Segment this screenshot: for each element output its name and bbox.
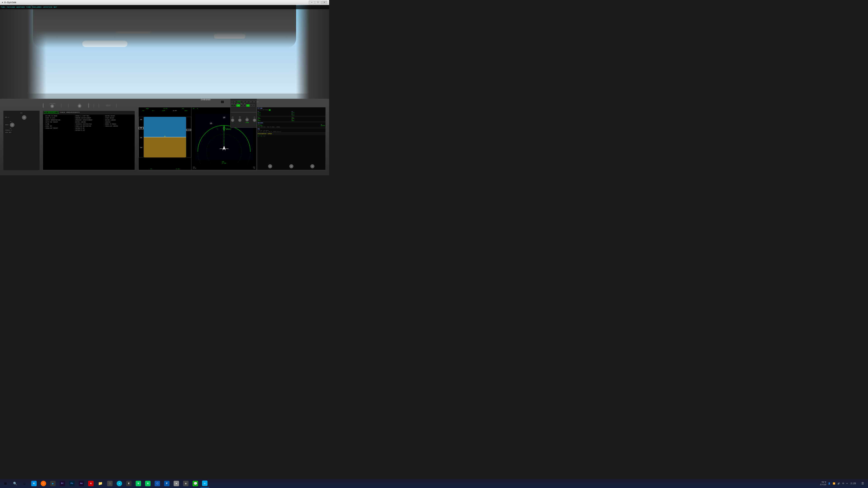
fcu-vs-knob[interactable] [253,119,256,122]
toolbar-item-fuel[interactable]: FUEL [1,6,6,8]
svg-text:EMILE: EMILE [226,129,230,130]
fcu-sto-label[interactable]: STO [237,101,241,103]
fcu-wpt[interactable]: WPT [246,101,248,102]
fcu-btn-zoom[interactable]: ZOOM [241,104,246,107]
toolbar-item-time[interactable]: TIME [26,6,31,8]
nav-knob[interactable] [78,104,81,108]
ri-knob-1[interactable] [268,164,272,168]
avncs-brt: BRT [10,128,14,129]
ri-knob-2[interactable] [289,164,293,168]
fcu-spd-value: --- [232,122,234,124]
fcu-zoom-label: ZOOM [242,105,244,106]
avncs-label: AVNCS [5,124,8,126]
pfd-fl: FL 240 [176,168,179,169]
nd-mode: ARC [193,108,194,109]
speaker-buttons: OFF MAX [48,104,56,108]
ecam-item-cancelled-to: CANCELLED TAKEOFF [44,127,74,129]
fcu-hnav-label: H-NAV [232,105,235,106]
view-row: VIEW DMPS [5,132,38,133]
fcu-terr[interactable]: TERR [237,103,239,104]
fcu-alt-value: 27600 [246,122,249,123]
map-lt-label: MAP LT [5,117,9,118]
green-indicators: G/A DAV FLT [257,135,326,137]
toolbar-item-joystick[interactable]: JOYSTICK [43,6,53,8]
ecam-item-start-decent: START DECENT [104,117,134,119]
fcu-spd-knob[interactable] [231,119,234,122]
avncs-knob[interactable] [10,123,14,127]
ois-label: OIS [5,112,38,114]
ecam-item-goarive: GOARIVE [104,121,134,123]
speed-tape: 340 320 300 280 320 [138,117,144,158]
eng-right: EGT 71.8 N1 71.8 [291,111,325,116]
fcu-hdg-section: HDG MAG --- [238,116,241,124]
ecam-col-1: WELCOME ON BOARD DOORS TO AUTO SAFETY DE… [44,115,74,169]
fcu-ndb[interactable]: NDB [253,101,255,102]
fcu-btn-afhr[interactable]: AFHR [250,104,254,107]
fuel-right: FUEL 2524 FU 2072 [291,117,325,121]
pfd-enlet-label: ENLET [185,110,187,111]
square-button-1[interactable] [61,104,61,107]
fcu-btn-loc[interactable]: LOC [246,104,250,107]
fcu-main-row: SPD MACH --- HDG MAG --- ALT 27600 VS [231,113,256,127]
toolbar-item-failures[interactable]: FAILURES [32,6,41,8]
fcu-vor[interactable]: VOR [231,103,232,104]
speed-value: 320 [140,127,142,129]
nd-top: ARC 10 [193,108,198,109]
view-label: VIEW [5,132,8,133]
fcu-vord[interactable]: VORD [250,101,252,102]
ecam-dropdown[interactable]: CAB ANNOUNCEMENTS ▼ [44,111,59,113]
fcu-hdg-value: --- [239,122,241,124]
fcu-mag-label: MAG [239,117,241,118]
ecam-item-before-landing: BEFORE LANDING [104,119,134,121]
fu-r-value: 2072 [291,120,325,121]
rotary-knob-2[interactable] [88,103,89,108]
ecam-item-before-land: BEFORE LANDING [74,121,104,123]
fcu-appt[interactable]: APPT [256,101,259,102]
fcu-hdg-knob[interactable] [238,119,241,122]
avncs-off: OFF [10,121,14,122]
ecam-item-seatbelts-on: SEATBELTS ON [74,127,104,129]
fcu-cstr[interactable]: CSTR [243,101,245,102]
fcu-main-panel: SPD MACH --- HDG MAG --- ALT 27600 VS [230,112,257,128]
map-lt-knob[interactable] [22,115,26,120]
chrono-label: CHRONO [201,99,211,101]
pfd-horizon: ✈ [144,117,186,158]
toolbar-item-net[interactable]: NET [54,6,57,8]
ecam-content: WELCOME ON BOARD DOORS TO AUTO SAFETY DE… [43,114,135,170]
fms-label: FMS [258,129,325,130]
fcu-alt-knob[interactable] [246,118,249,121]
toolbar-item-payload[interactable]: PAYLOAD [7,6,15,8]
close-button[interactable]: × [321,1,327,4]
square-button-4[interactable] [98,104,99,107]
alt-tape: 27600 [186,117,191,158]
alt-value: 27600 [186,129,191,131]
fcu-btn-plan[interactable]: PLAN [237,104,240,107]
rotary-knob-1[interactable] [43,103,43,108]
fcu-adf[interactable]: ADF [244,103,246,104]
gw-group: GW $51371 [321,124,325,126]
ri-knob-3[interactable] [310,164,314,168]
ecam-item-safety: SAFETY DEMONSTRATION [44,119,74,121]
fcu-mach-label: MACH [231,117,234,118]
square-button-5[interactable] [116,104,117,107]
fcu-alt-label: ALT [246,117,248,118]
fcu-wx[interactable]: WX [234,103,235,104]
maximize-button[interactable]: □ [315,1,321,4]
toolbar-item-weather[interactable]: WEATHER [17,6,25,8]
window-controls: — □ × [309,1,327,4]
ecam-item-doors-manual: DOORS TO MANUAL [104,123,134,125]
block-info: BLOCK 50/10 NG · TOTAL FU 35394 · +400ND… [258,127,325,127]
pfd-mode-labels: AP1 FD 2 A/THR ILS APP ENLET [138,110,191,111]
ecam-item-welcome: WELCOME ON BOARD [44,115,74,117]
minimize-button[interactable]: — [309,1,315,4]
square-button-2[interactable] [68,104,69,107]
right-inst-knobs [260,164,323,169]
svg-text:18: 18 [223,116,225,119]
speaker-knob[interactable] [51,104,54,108]
square-button-3[interactable] [94,104,94,107]
nd-adf2: ADF2 210 [253,166,255,169]
chrono-button[interactable] [221,100,224,103]
fcu-btn-hnav[interactable]: H-NAV [231,104,236,107]
svg-text:15: 15 [210,122,212,125]
fcu-traf[interactable]: TRAF [240,103,243,104]
